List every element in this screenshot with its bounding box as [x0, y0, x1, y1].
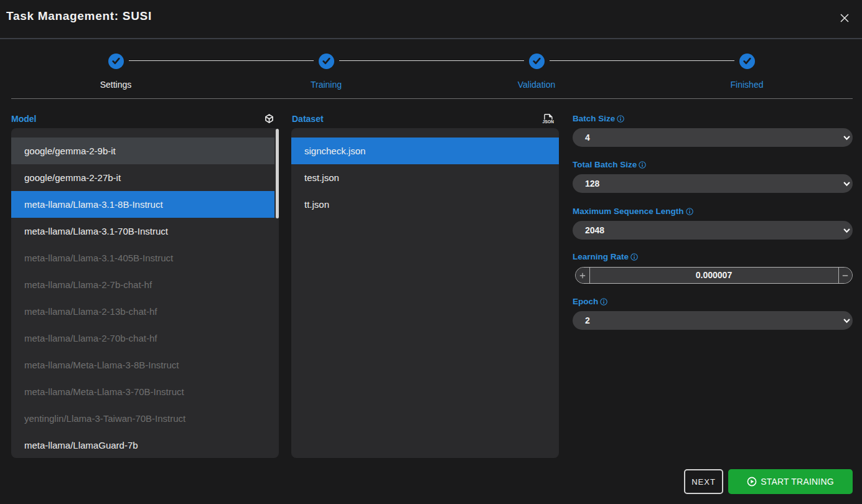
svg-text:JSON: JSON	[542, 119, 553, 124]
